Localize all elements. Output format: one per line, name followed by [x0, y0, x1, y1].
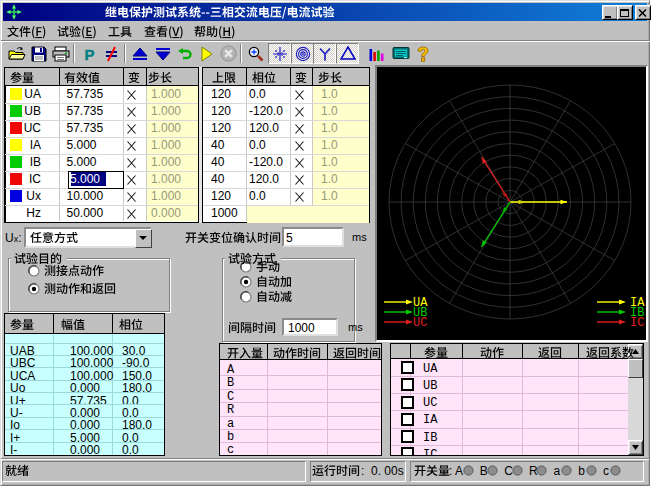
svg-text:UC: UC — [413, 316, 427, 330]
svg-text:IC: IC — [630, 316, 644, 330]
svg-text:P: P — [84, 46, 94, 62]
